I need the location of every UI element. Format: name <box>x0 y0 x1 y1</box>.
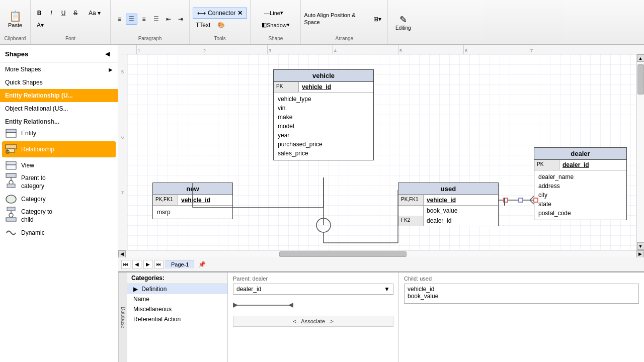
scroll-thumb-vertical[interactable] <box>637 64 644 95</box>
paragraph-group: ≡ ☰ ≡ ☰ ⇤ ⇥ Paragraph <box>111 0 190 44</box>
align-right-button[interactable]: ≡ <box>138 14 149 25</box>
paste-button[interactable]: 📋 Paste <box>3 7 27 32</box>
entity-new[interactable]: new PK,FK1 vehicle_id msrp <box>152 183 233 219</box>
categories-title: Categories: <box>127 273 227 284</box>
scroll-right-button[interactable]: ▶ <box>636 250 644 258</box>
bold-button[interactable]: B <box>34 8 45 19</box>
page-first-button[interactable]: ⏮ <box>121 260 130 269</box>
sidebar-shape-dynamic[interactable]: Dynamic <box>0 226 118 240</box>
sidebar-shape-view[interactable]: View <box>0 158 118 172</box>
main-area: Shapes ◀ More Shapes ▶ Quick Shapes Enti… <box>0 45 644 362</box>
bottom-content: Database Categories: ▶ Definition Name M… <box>118 273 644 362</box>
bottom-area: Database Categories: ▶ Definition Name M… <box>118 272 644 362</box>
paint-button[interactable]: 🎨 <box>214 20 228 31</box>
entity-vehicle[interactable]: vehicle PK vehicle_id vehicle_type vin m… <box>273 69 374 160</box>
clipboard-label: Clipboard <box>5 36 26 42</box>
page-last-button[interactable]: ⏭ <box>154 260 164 269</box>
entity-dealer-fields: dealer_name address city state postal_co… <box>534 170 626 220</box>
svg-marker-32 <box>233 303 238 308</box>
text-tool-button[interactable]: T Text <box>193 20 213 31</box>
arrow-group <box>233 298 393 313</box>
sidebar-shape-cat-to-child[interactable]: Category to child <box>0 206 118 226</box>
page-tab-1[interactable]: Page-1 <box>166 260 194 268</box>
entity-used-header: used <box>398 183 498 195</box>
shape-label: Shape <box>268 36 283 42</box>
page-prev-button[interactable]: ◀ <box>132 260 141 269</box>
align-center-button[interactable]: ☰ <box>126 14 137 25</box>
shadow-button[interactable]: ◧ Shadow▾ <box>259 20 293 31</box>
scroll-left-button[interactable]: ◀ <box>118 250 126 258</box>
ruler-mark-2: 2 <box>202 45 267 54</box>
ruler-mark-1: 1 <box>136 45 202 54</box>
line-icon: — <box>264 10 270 16</box>
child-field-area: vehicle_id book_value <box>404 284 639 304</box>
svg-rect-10 <box>7 184 15 188</box>
scroll-track-horizontal[interactable] <box>126 251 636 257</box>
indent-dec-button[interactable]: ⇤ <box>163 14 174 25</box>
svg-point-14 <box>9 213 13 217</box>
line-button[interactable]: — Line▾ <box>259 8 289 19</box>
font-color-button[interactable]: A▾ <box>34 20 47 31</box>
sidebar-shape-category[interactable]: Category <box>0 192 118 206</box>
ruler-mark-7: 7 <box>529 45 594 54</box>
strikethrough-button[interactable]: S <box>70 8 81 19</box>
horizontal-scrollbar[interactable]: ◀ ▶ <box>118 250 644 257</box>
parent-field-input[interactable] <box>236 286 382 293</box>
connector-close-icon[interactable]: ✕ <box>237 10 243 17</box>
svg-rect-0 <box>6 129 16 133</box>
editing-button[interactable]: ✎ Editing <box>392 11 414 33</box>
cat-item-ref[interactable]: Referential Action <box>127 314 227 324</box>
svg-rect-12 <box>7 207 15 211</box>
sidebar-item-object-rel[interactable]: Object Relational (US... <box>0 102 118 115</box>
entity-vehicle-header: vehicle <box>274 70 373 82</box>
sidebar-section-label: Entity Relationsh... <box>0 115 118 126</box>
scroll-up-button[interactable]: ▲ <box>637 54 645 62</box>
more-shapes-arrow: ▶ <box>109 67 113 72</box>
sidebar-item-quick-shapes[interactable]: Quick Shapes <box>0 76 118 89</box>
sidebar-shape-relationship[interactable]: Relationship <box>2 141 116 157</box>
vertical-scrollbar[interactable]: ▲ ▼ <box>636 54 644 250</box>
arrange-button[interactable]: ⊞▾ <box>370 14 384 25</box>
svg-rect-2 <box>6 145 17 149</box>
entity-new-fields: msrp <box>153 206 232 219</box>
parent-panel: Parent: dealer ▼ <-- Assoc <box>228 273 399 362</box>
clipboard-group: 📋 Paste Clipboard <box>0 0 31 44</box>
sidebar-shape-entity[interactable]: Entity <box>0 126 118 140</box>
parent-to-cat-icon <box>5 175 17 186</box>
cat-item-definition[interactable]: ▶ Definition <box>127 284 227 294</box>
parent-field[interactable]: ▼ <box>233 284 393 295</box>
sidebar-item-entity-rel[interactable]: Entity Relationship (U... <box>0 89 118 102</box>
sidebar-shape-parent-to-cat[interactable]: Parent to category <box>0 172 118 192</box>
ruler-mark-4: 4 <box>333 45 398 54</box>
align-justify-button[interactable]: ☰ <box>150 14 162 25</box>
entity-vehicle-fields: vehicle_type vin make model year purchas… <box>274 93 373 160</box>
underline-button[interactable]: U <box>58 8 69 19</box>
italic-button[interactable]: I <box>46 8 57 19</box>
cat-item-misc[interactable]: Miscellaneous <box>127 304 227 314</box>
font-label: Font <box>65 36 75 42</box>
sidebar: Shapes ◀ More Shapes ▶ Quick Shapes Enti… <box>0 45 118 362</box>
page-bar: ⏮ ◀ ▶ ⏭ Page-1 📌 <box>118 257 644 272</box>
font-name-button[interactable]: Aa ▾ <box>82 8 107 19</box>
scroll-track-vertical[interactable] <box>637 62 645 242</box>
view-shape-icon <box>5 160 17 170</box>
entity-new-pk: PK,FK1 vehicle_id <box>153 195 232 206</box>
canvas-area[interactable]: vehicle PK vehicle_id vehicle_type vin m… <box>127 54 636 250</box>
page-next-button[interactable]: ▶ <box>143 260 152 269</box>
sidebar-collapse-button[interactable]: ◀ <box>102 48 113 59</box>
vertical-sidebar-label: Database <box>118 273 127 362</box>
entity-used[interactable]: used PK,FK1 vehicle_id book_value FK2 de… <box>398 183 499 226</box>
canvas-row: 5 6 7 vehicle PK vehicle_id <box>118 54 644 250</box>
parent-field-dropdown-icon[interactable]: ▼ <box>384 286 390 293</box>
svg-rect-6 <box>6 165 16 169</box>
indent-inc-button[interactable]: ⇥ <box>175 14 186 25</box>
connector-active[interactable]: ⟷ Connector ✕ <box>193 8 247 19</box>
entity-dealer[interactable]: dealer PK dealer_id dealer_name address … <box>534 147 627 220</box>
cat-to-child-icon <box>5 209 17 219</box>
scroll-down-button[interactable]: ▼ <box>637 242 645 250</box>
align-left-button[interactable]: ≡ <box>114 14 125 25</box>
scroll-thumb-horizontal[interactable] <box>279 251 407 257</box>
entity-dealer-header: dealer <box>534 148 626 160</box>
cat-item-name[interactable]: Name <box>127 294 227 304</box>
sidebar-item-more-shapes[interactable]: More Shapes ▶ <box>0 63 118 76</box>
